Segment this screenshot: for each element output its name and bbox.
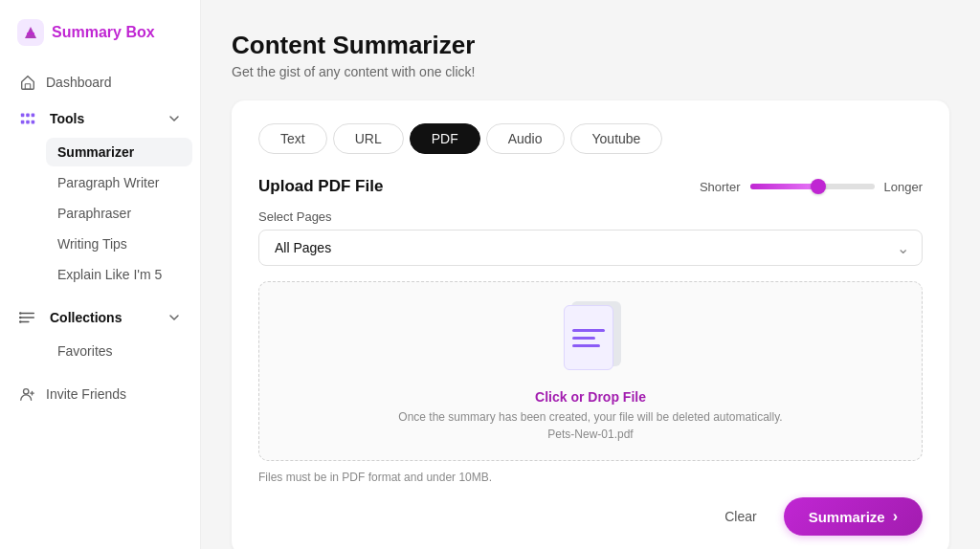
pdf-line-1 <box>572 329 605 332</box>
logo-icon <box>17 19 44 46</box>
person-icon <box>19 385 36 403</box>
shorter-label: Shorter <box>700 180 741 194</box>
svg-rect-5 <box>26 114 30 118</box>
invite-friends-label: Invite Friends <box>46 386 126 402</box>
sidebar-item-summarizer[interactable]: Summarizer <box>46 138 192 166</box>
sidebar: Summary Box Dashboard Too <box>0 0 201 549</box>
tab-audio[interactable]: Audio <box>486 123 565 154</box>
svg-point-13 <box>24 389 29 394</box>
tools-icon <box>19 110 36 127</box>
page-subtitle: Get the gist of any content with one cli… <box>232 64 949 79</box>
svg-point-10 <box>19 312 22 315</box>
summarize-button[interactable]: Summarize › <box>784 497 923 536</box>
length-slider-track[interactable] <box>750 184 875 189</box>
select-pages-wrapper: All Pages Custom Range ⌄ <box>258 230 923 266</box>
sidebar-item-paraphraser[interactable]: Paraphraser <box>46 199 192 228</box>
sidebar-item-explain-like-im-5[interactable]: Explain Like I'm 5 <box>46 260 192 289</box>
sidebar-item-favorites[interactable]: Favorites <box>46 337 192 365</box>
summarize-label: Summarize <box>809 509 885 525</box>
tools-chevron-icon <box>167 112 181 125</box>
length-slider-row: Shorter Longer <box>700 180 923 194</box>
svg-rect-3 <box>25 84 30 89</box>
svg-rect-4 <box>21 114 25 118</box>
upload-header: Upload PDF File Shorter Longer <box>258 177 923 196</box>
sidebar-section-tools[interactable]: Tools <box>8 101 192 136</box>
svg-rect-9 <box>32 121 35 124</box>
pdf-line-3 <box>572 344 600 347</box>
content-tabs: Text URL PDF Audio Youtube <box>258 123 923 154</box>
sidebar-item-writing-tips[interactable]: Writing Tips <box>46 230 192 258</box>
pdf-line-2 <box>572 337 595 340</box>
app-logo: Summary Box <box>0 15 200 65</box>
app-name-text: Summary Box <box>52 24 155 41</box>
sidebar-navigation: Dashboard Tools Summarizer Parag <box>0 65 200 411</box>
tab-youtube[interactable]: Youtube <box>570 123 663 154</box>
actions-row: Clear Summarize › <box>258 497 923 536</box>
tab-pdf[interactable]: PDF <box>410 123 480 154</box>
svg-point-11 <box>19 317 22 319</box>
svg-point-12 <box>19 320 22 323</box>
page-title: Content Summarizer <box>232 31 949 60</box>
drop-filename: Pets-New-01.pdf <box>547 428 633 441</box>
slider-fill <box>750 184 819 189</box>
sidebar-item-dashboard[interactable]: Dashboard <box>8 65 192 99</box>
tab-url[interactable]: URL <box>333 123 404 154</box>
svg-rect-7 <box>21 121 25 124</box>
home-icon <box>19 74 36 91</box>
collections-sub-items: Favorites <box>8 337 192 365</box>
tools-sub-items: Summarizer Paragraph Writer Paraphraser … <box>8 138 192 289</box>
clear-button[interactable]: Clear <box>711 501 769 532</box>
dashboard-label: Dashboard <box>46 75 112 90</box>
collections-icon <box>19 309 36 326</box>
sidebar-item-paragraph-writer[interactable]: Paragraph Writer <box>46 168 192 197</box>
svg-rect-8 <box>26 121 30 124</box>
select-pages-dropdown[interactable]: All Pages Custom Range <box>258 230 923 266</box>
file-drop-zone[interactable]: Click or Drop File Once the summary has … <box>258 281 923 461</box>
arrow-right-icon: › <box>893 508 898 525</box>
sidebar-section-collections[interactable]: Collections <box>8 300 192 335</box>
drop-click-text: Click or Drop File <box>535 389 646 405</box>
sidebar-item-invite-friends[interactable]: Invite Friends <box>8 377 192 411</box>
tab-text[interactable]: Text <box>258 123 327 154</box>
collections-chevron-icon <box>167 311 181 324</box>
svg-rect-2 <box>27 33 34 34</box>
drop-sub-text: Once the summary has been created, your … <box>398 408 782 426</box>
upload-title: Upload PDF File <box>258 177 383 196</box>
content-card: Text URL PDF Audio Youtube Upload PDF Fi… <box>232 100 949 549</box>
longer-label: Longer <box>884 180 923 194</box>
select-pages-label: Select Pages <box>258 209 923 224</box>
pdf-page <box>564 305 613 370</box>
file-hint: Files must be in PDF format and under 10… <box>258 471 923 484</box>
slider-thumb[interactable] <box>811 179 826 194</box>
pdf-icon <box>556 301 625 378</box>
main-content: Content Summarizer Get the gist of any c… <box>201 0 980 549</box>
svg-rect-6 <box>32 114 35 118</box>
